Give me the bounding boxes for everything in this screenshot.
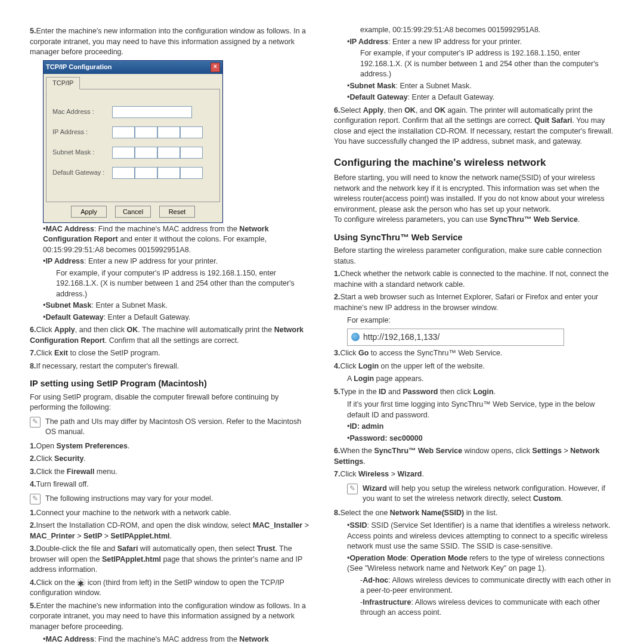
w-step-8: 8.Select the one Network Name(SSID) in t… (334, 508, 614, 519)
r-bullet-gw: •Default Gateway: Enter a Default Gatewa… (347, 92, 614, 103)
ip-octet[interactable] (135, 126, 157, 138)
default-id: •ID: admin (347, 422, 614, 432)
subnet-octet[interactable] (112, 147, 135, 159)
note-text: Wizard will help you setup the wireless … (363, 484, 614, 504)
url-text: http://192,168,1,133/ (363, 332, 439, 343)
w4-sub: A Login page appears. (347, 374, 614, 385)
page: 5.Enter the machine's new information in… (30, 24, 614, 644)
note-icon: ✎ (30, 417, 41, 428)
c-step-5: 5.Enter the machine's new information in… (30, 601, 310, 633)
w-step-4: 4.Click Login on the upper left of the w… (334, 361, 614, 372)
heading-configuring-wireless: Configuring the machine's wireless netwo… (334, 156, 614, 170)
gw-octet[interactable] (135, 167, 157, 179)
sync-intro: Before starting the wireless parameter c… (334, 246, 614, 267)
w-step-3: 3.Click Go to access the SyncThru™ Web S… (334, 348, 614, 359)
note-icon: ✎ (347, 484, 358, 494)
ip-octet[interactable] (180, 126, 203, 138)
dialog-title: TCP/IP Configuration (46, 63, 112, 72)
w5-note: If it's your first time logging into Syn… (347, 400, 614, 420)
dialog-panel: Mac Address : IP Address : Subnet Mask :… (46, 89, 220, 202)
tab-tcpip[interactable]: TCP/IP (46, 77, 80, 89)
c-step-2: 2.Insert the Installation CD-ROM, and op… (30, 521, 310, 541)
r-bullet-subnet: •Subnet Mask: Enter a Subnet Mask. (347, 81, 614, 92)
step-8: 8.If necessary, restart the computer's f… (30, 361, 310, 372)
cancel-button[interactable]: Cancel (115, 206, 151, 218)
subnet-octet[interactable] (135, 147, 157, 159)
mac-label: Mac Address : (52, 107, 112, 116)
bullet-subnet: •Subnet Mask: Enter a Subnet Mask. (43, 301, 310, 311)
cont-example: example, 00:15:99:29:51:A8 becomes 00159… (360, 25, 614, 36)
gw-octet[interactable] (180, 167, 203, 179)
default-pw: •Password: sec00000 (347, 434, 614, 444)
c5-mac-bullet: •MAC Address: Find the machine's MAC add… (43, 634, 310, 644)
bullet-gw: •Default Gateway: Enter a Default Gatewa… (43, 312, 310, 323)
c-step-3: 3.Double-click the file and Safari will … (30, 544, 310, 575)
bullet-ssid: •SSID: SSID (Service Set Identifier) is … (347, 521, 614, 552)
dialog-titlebar: TCP/IP Configuration × (44, 61, 222, 74)
mac-row: Mac Address : (52, 106, 213, 118)
bullet-ip: •IP Address: Enter a new IP address for … (43, 256, 310, 267)
subnet-octet[interactable] (180, 147, 203, 159)
heading-syncthru: Using SyncThru™ Web Service (334, 231, 614, 243)
c-step-1: 1.Connect your machine to the network wi… (30, 508, 310, 519)
r-bullet-ip: •IP Address: Enter a new IP address for … (347, 37, 614, 48)
subnet-label: Subnet Mask : (52, 148, 112, 157)
tcpip-dialog: TCP/IP Configuration × TCP/IP Mac Addres… (43, 60, 223, 223)
ip-octet[interactable] (112, 126, 135, 138)
note-mac-os: ✎ The path and UIs may differ by Macinto… (30, 417, 310, 438)
w-step-6: 6.When the SyncThru™ Web Service window … (334, 446, 614, 467)
button-row: Apply Cancel Reset (44, 202, 222, 222)
step-6: 6.Click Apply, and then click OK. The ma… (30, 325, 310, 346)
gw-row: Default Gateway : (52, 167, 213, 179)
gear-icon: ✱ (77, 578, 85, 587)
note-text: The following instructions may vary for … (45, 494, 213, 504)
mac-input[interactable] (112, 106, 192, 118)
reset-button[interactable]: Reset (159, 206, 195, 218)
gw-octet[interactable] (112, 167, 135, 179)
subnet-octet[interactable] (157, 147, 180, 159)
ip-example: For example, if your computer's IP addre… (56, 268, 310, 300)
cfg-para2: To configure wireless parameters, you ca… (334, 215, 614, 225)
r-ip-example: For example, if your computer's IP addre… (360, 48, 614, 80)
note-wizard: ✎ Wizard will help you setup the wireles… (347, 484, 614, 504)
note-icon: ✎ (30, 494, 41, 504)
heading-mac-setip: IP setting using SetIP Program (Macintos… (30, 377, 310, 389)
gw-label: Default Gateway : (52, 168, 112, 177)
bullet-infra: -Infrastructure: Allows wireless devices… (360, 597, 614, 618)
close-icon[interactable]: × (210, 63, 220, 72)
w-step-1: 1.Check whether the network cable is con… (334, 269, 614, 290)
ip-octet[interactable] (157, 126, 180, 138)
step-5: 5.Enter the machine's new information in… (30, 26, 310, 58)
bullet-mac: •MAC Address: Find the machine's MAC add… (43, 224, 310, 256)
m-step-2: 2.Click Security. (30, 454, 310, 465)
left-column: 5.Enter the machine's new information in… (30, 24, 310, 644)
bullet-operation-mode: •Operation Mode: Operation Mode refers t… (347, 553, 614, 574)
apply-button[interactable]: Apply (71, 206, 107, 218)
gw-octet[interactable] (157, 167, 180, 179)
ip-label: IP Address : (52, 128, 112, 137)
ip-row: IP Address : (52, 126, 213, 138)
step5-text: Enter the machine's new information into… (30, 27, 306, 56)
r-step-6: 6.Select Apply, then OK, and OK again. T… (334, 106, 614, 147)
mac-intro: For using SetIP program, disable the com… (30, 392, 310, 413)
bullet-adhoc: -Ad-hoc: Allows wireless devices to comm… (360, 575, 614, 596)
note-text: The path and UIs may differ by Macintosh… (45, 417, 310, 438)
m-step-3: 3.Click the Firewall menu. (30, 467, 310, 478)
w-step-7: 7.Click Wireless > Wizard. (334, 469, 614, 480)
url-bar: http://192,168,1,133/ (347, 329, 564, 346)
tab-strip: TCP/IP (44, 74, 222, 89)
c-step-4: 4.Click on the ✱ icon (third from left) … (30, 578, 310, 599)
ie-icon (351, 333, 360, 341)
m-step-4: 4.Turn firewall off. (30, 479, 310, 490)
cfg-para: Before starting, you will need to know t… (334, 173, 614, 215)
step-7: 7.Click Exit to close the SetIP program. (30, 348, 310, 359)
w2-eg-label: For example: (347, 315, 614, 326)
right-column: example, 00:15:99:29:51:A8 becomes 00159… (334, 24, 614, 644)
m-step-1: 1.Open System Preferences. (30, 441, 310, 452)
subnet-row: Subnet Mask : (52, 147, 213, 159)
w-step-5: 5.Type in the ID and Password then click… (334, 387, 614, 398)
w-step-2: 2.Start a web browser such as Internet E… (334, 292, 614, 313)
note-model-vary: ✎ The following instructions may vary fo… (30, 494, 310, 504)
